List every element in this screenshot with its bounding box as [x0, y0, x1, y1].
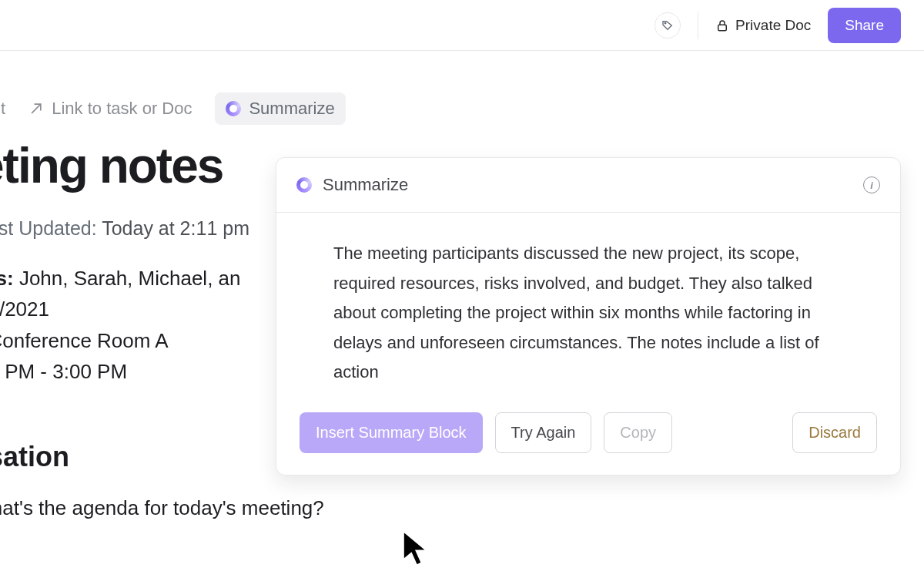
summarize-action[interactable]: Summarize	[215, 92, 345, 125]
try-again-button[interactable]: Try Again	[495, 412, 592, 453]
conversation-line: what's the agenda for today's meeting?	[0, 496, 893, 520]
lock-icon	[715, 18, 729, 32]
info-icon[interactable]: i	[863, 176, 880, 193]
discard-button[interactable]: Discard	[792, 412, 877, 453]
popover-actions: Insert Summary Block Try Again Copy Disc…	[276, 395, 900, 475]
link-arrow-icon	[28, 101, 44, 116]
participants-value: John, Sarah, Michael, an	[14, 267, 241, 290]
privacy-indicator[interactable]: Private Doc	[715, 17, 811, 34]
updated-value: Today at 2:11 pm	[102, 217, 249, 239]
comment-action[interactable]: mment	[0, 99, 5, 119]
popover-title: Summarize	[323, 175, 408, 195]
popover-header: Summarize i	[276, 158, 900, 213]
copy-button[interactable]: Copy	[604, 412, 672, 453]
ai-icon	[226, 101, 241, 116]
link-action[interactable]: Link to task or Doc	[28, 99, 192, 119]
tag-icon	[661, 19, 674, 32]
svg-rect-1	[718, 25, 727, 31]
summarize-label: Summarize	[249, 99, 334, 119]
summarize-popover: Summarize i The meeting participants dis…	[276, 157, 901, 476]
link-label: Link to task or Doc	[52, 99, 192, 119]
topbar: Private Doc Share	[0, 0, 924, 51]
mouse-cursor-icon	[400, 528, 433, 571]
ai-icon	[296, 177, 312, 193]
insert-summary-button[interactable]: Insert Summary Block	[300, 412, 483, 453]
summary-text: The meeting participants discussed the n…	[276, 213, 900, 395]
svg-point-0	[665, 22, 666, 24]
tag-icon-button[interactable]	[654, 12, 681, 39]
participants-label: nts:	[0, 267, 14, 290]
inline-toolbar: mment Link to task or Doc Summarize	[0, 92, 893, 129]
updated-label: Last Updated:	[0, 217, 97, 239]
privacy-label: Private Doc	[735, 17, 811, 34]
vertical-divider	[698, 12, 698, 39]
comment-label: mment	[0, 99, 5, 119]
share-button[interactable]: Share	[828, 8, 901, 43]
